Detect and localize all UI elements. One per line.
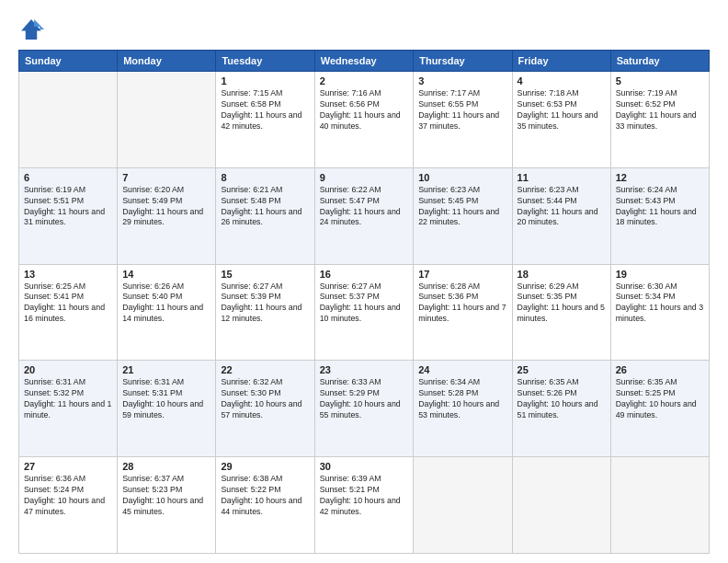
calendar-cell: 22Sunrise: 6:32 AM Sunset: 5:30 PM Dayli…	[216, 361, 314, 457]
logo	[18, 17, 48, 42]
day-info: Sunrise: 7:18 AM Sunset: 6:53 PM Dayligh…	[518, 88, 606, 132]
day-info: Sunrise: 7:17 AM Sunset: 6:55 PM Dayligh…	[418, 88, 506, 132]
day-number: 19	[616, 269, 704, 280]
calendar-cell: 13Sunrise: 6:25 AM Sunset: 5:41 PM Dayli…	[19, 264, 118, 361]
calendar-table: SundayMondayTuesdayWednesdayThursdayFrid…	[18, 50, 710, 554]
day-number: 24	[418, 364, 506, 375]
calendar-cell: 17Sunrise: 6:28 AM Sunset: 5:36 PM Dayli…	[414, 264, 512, 361]
day-info: Sunrise: 6:23 AM Sunset: 5:44 PM Dayligh…	[518, 185, 606, 229]
day-number: 21	[122, 364, 210, 375]
calendar-cell: 21Sunrise: 6:31 AM Sunset: 5:31 PM Dayli…	[118, 361, 216, 457]
day-info: Sunrise: 6:36 AM Sunset: 5:24 PM Dayligh…	[24, 474, 112, 518]
day-info: Sunrise: 6:39 AM Sunset: 5:21 PM Dayligh…	[320, 474, 409, 518]
day-info: Sunrise: 6:23 AM Sunset: 5:45 PM Dayligh…	[418, 185, 506, 229]
calendar-cell: 30Sunrise: 6:39 AM Sunset: 5:21 PM Dayli…	[314, 457, 414, 554]
day-info: Sunrise: 7:16 AM Sunset: 6:56 PM Dayligh…	[320, 88, 409, 132]
day-number: 7	[122, 172, 210, 183]
day-info: Sunrise: 6:32 AM Sunset: 5:30 PM Dayligh…	[221, 377, 309, 421]
day-number: 11	[518, 172, 606, 183]
week-row-1: 1Sunrise: 7:15 AM Sunset: 6:58 PM Daylig…	[19, 72, 710, 168]
day-info: Sunrise: 6:25 AM Sunset: 5:41 PM Dayligh…	[24, 282, 112, 326]
col-header-saturday: Saturday	[610, 51, 709, 72]
day-number: 12	[616, 172, 704, 183]
day-number: 30	[320, 461, 409, 472]
calendar-cell: 15Sunrise: 6:27 AM Sunset: 5:39 PM Dayli…	[216, 264, 314, 361]
calendar-cell: 11Sunrise: 6:23 AM Sunset: 5:44 PM Dayli…	[512, 167, 610, 264]
day-info: Sunrise: 6:26 AM Sunset: 5:40 PM Dayligh…	[122, 282, 210, 326]
calendar-cell: 23Sunrise: 6:33 AM Sunset: 5:29 PM Dayli…	[314, 361, 414, 457]
day-info: Sunrise: 6:27 AM Sunset: 5:39 PM Dayligh…	[221, 282, 309, 326]
calendar-header-row: SundayMondayTuesdayWednesdayThursdayFrid…	[19, 51, 710, 72]
day-number: 6	[24, 172, 112, 183]
calendar-cell: 6Sunrise: 6:19 AM Sunset: 5:51 PM Daylig…	[19, 167, 118, 264]
calendar-cell	[118, 72, 216, 168]
calendar-cell	[512, 457, 610, 554]
day-number: 22	[221, 364, 309, 375]
day-info: Sunrise: 6:31 AM Sunset: 5:31 PM Dayligh…	[122, 377, 210, 421]
calendar-cell: 3Sunrise: 7:17 AM Sunset: 6:55 PM Daylig…	[414, 72, 512, 168]
calendar-cell: 26Sunrise: 6:35 AM Sunset: 5:25 PM Dayli…	[610, 361, 709, 457]
col-header-thursday: Thursday	[414, 51, 512, 72]
calendar-cell: 20Sunrise: 6:31 AM Sunset: 5:32 PM Dayli…	[19, 361, 118, 457]
calendar-cell: 19Sunrise: 6:30 AM Sunset: 5:34 PM Dayli…	[610, 264, 709, 361]
day-info: Sunrise: 6:34 AM Sunset: 5:28 PM Dayligh…	[418, 377, 506, 421]
calendar-cell: 9Sunrise: 6:22 AM Sunset: 5:47 PM Daylig…	[314, 167, 414, 264]
day-number: 16	[320, 269, 409, 280]
day-info: Sunrise: 6:27 AM Sunset: 5:37 PM Dayligh…	[320, 282, 409, 326]
calendar-cell: 5Sunrise: 7:19 AM Sunset: 6:52 PM Daylig…	[610, 72, 709, 168]
day-info: Sunrise: 7:15 AM Sunset: 6:58 PM Dayligh…	[221, 88, 309, 132]
week-row-5: 27Sunrise: 6:36 AM Sunset: 5:24 PM Dayli…	[19, 457, 710, 554]
calendar-cell: 4Sunrise: 7:18 AM Sunset: 6:53 PM Daylig…	[512, 72, 610, 168]
header	[18, 17, 710, 42]
day-info: Sunrise: 6:28 AM Sunset: 5:36 PM Dayligh…	[418, 282, 506, 326]
day-info: Sunrise: 6:30 AM Sunset: 5:34 PM Dayligh…	[616, 282, 704, 326]
calendar-cell: 16Sunrise: 6:27 AM Sunset: 5:37 PM Dayli…	[314, 264, 414, 361]
calendar-cell	[414, 457, 512, 554]
day-number: 26	[616, 364, 704, 375]
col-header-tuesday: Tuesday	[216, 51, 314, 72]
calendar-cell: 14Sunrise: 6:26 AM Sunset: 5:40 PM Dayli…	[118, 264, 216, 361]
col-header-friday: Friday	[512, 51, 610, 72]
day-info: Sunrise: 7:19 AM Sunset: 6:52 PM Dayligh…	[616, 88, 704, 132]
calendar-cell: 24Sunrise: 6:34 AM Sunset: 5:28 PM Dayli…	[414, 361, 512, 457]
day-number: 9	[320, 172, 409, 183]
day-info: Sunrise: 6:37 AM Sunset: 5:23 PM Dayligh…	[122, 474, 210, 518]
day-info: Sunrise: 6:35 AM Sunset: 5:26 PM Dayligh…	[518, 377, 606, 421]
col-header-monday: Monday	[118, 51, 216, 72]
day-number: 28	[122, 461, 210, 472]
logo-icon	[18, 17, 44, 42]
calendar-cell: 25Sunrise: 6:35 AM Sunset: 5:26 PM Dayli…	[512, 361, 610, 457]
day-number: 23	[320, 364, 409, 375]
day-number: 15	[221, 269, 309, 280]
calendar-cell: 29Sunrise: 6:38 AM Sunset: 5:22 PM Dayli…	[216, 457, 314, 554]
week-row-4: 20Sunrise: 6:31 AM Sunset: 5:32 PM Dayli…	[19, 361, 710, 457]
day-info: Sunrise: 6:20 AM Sunset: 5:49 PM Dayligh…	[122, 185, 210, 229]
calendar-cell	[610, 457, 709, 554]
col-header-sunday: Sunday	[19, 51, 118, 72]
day-info: Sunrise: 6:38 AM Sunset: 5:22 PM Dayligh…	[221, 474, 309, 518]
day-number: 3	[418, 75, 506, 86]
week-row-2: 6Sunrise: 6:19 AM Sunset: 5:51 PM Daylig…	[19, 167, 710, 264]
day-number: 5	[616, 75, 704, 86]
day-info: Sunrise: 6:31 AM Sunset: 5:32 PM Dayligh…	[24, 377, 112, 421]
day-number: 17	[418, 269, 506, 280]
calendar-cell: 1Sunrise: 7:15 AM Sunset: 6:58 PM Daylig…	[216, 72, 314, 168]
day-info: Sunrise: 6:35 AM Sunset: 5:25 PM Dayligh…	[616, 377, 704, 421]
day-number: 13	[24, 269, 112, 280]
day-number: 20	[24, 364, 112, 375]
day-number: 8	[221, 172, 309, 183]
calendar-cell: 7Sunrise: 6:20 AM Sunset: 5:49 PM Daylig…	[118, 167, 216, 264]
calendar-cell: 8Sunrise: 6:21 AM Sunset: 5:48 PM Daylig…	[216, 167, 314, 264]
week-row-3: 13Sunrise: 6:25 AM Sunset: 5:41 PM Dayli…	[19, 264, 710, 361]
page: SundayMondayTuesdayWednesdayThursdayFrid…	[0, 0, 728, 563]
day-number: 2	[320, 75, 409, 86]
day-number: 14	[122, 269, 210, 280]
calendar-cell	[19, 72, 118, 168]
day-info: Sunrise: 6:19 AM Sunset: 5:51 PM Dayligh…	[24, 185, 112, 229]
day-info: Sunrise: 6:29 AM Sunset: 5:35 PM Dayligh…	[518, 282, 606, 326]
calendar-cell: 18Sunrise: 6:29 AM Sunset: 5:35 PM Dayli…	[512, 264, 610, 361]
calendar-cell: 27Sunrise: 6:36 AM Sunset: 5:24 PM Dayli…	[19, 457, 118, 554]
calendar-cell: 10Sunrise: 6:23 AM Sunset: 5:45 PM Dayli…	[414, 167, 512, 264]
day-number: 18	[518, 269, 606, 280]
day-info: Sunrise: 6:21 AM Sunset: 5:48 PM Dayligh…	[221, 185, 309, 229]
